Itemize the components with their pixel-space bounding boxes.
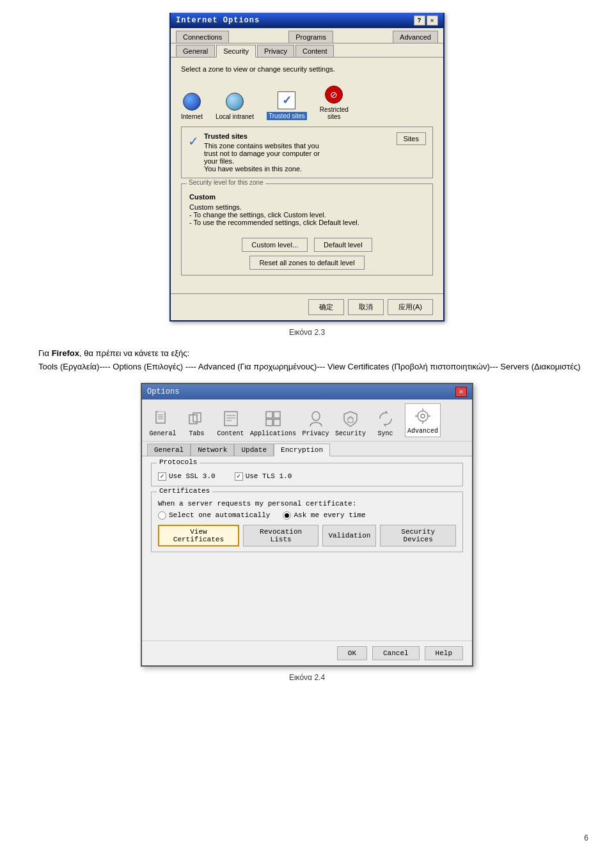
custom-desc3: - To use the recommended settings, click… bbox=[189, 219, 425, 226]
zone-trusted-label: Trusted sites bbox=[267, 112, 307, 120]
cert-radio-row: Select one automatically Ask me every ti… bbox=[158, 511, 456, 520]
cert-buttons: View Certificates Revocation Lists Valid… bbox=[158, 525, 456, 546]
figure1-caption: Εικόνα 2.3 bbox=[13, 328, 601, 337]
tab-programs[interactable]: Programs bbox=[288, 31, 333, 43]
ff-options-dialog: Options ✕ General Tabs bbox=[141, 383, 473, 667]
zone-internet[interactable]: Internet bbox=[181, 91, 203, 120]
reset-btn-container: Reset all zones to default level bbox=[182, 256, 432, 270]
ff-tab-network[interactable]: Network bbox=[191, 444, 234, 456]
ssl-label: Use SSL 3.0 bbox=[169, 472, 216, 480]
svg-point-18 bbox=[421, 414, 425, 418]
figure2-container: Options ✕ General Tabs bbox=[13, 383, 601, 667]
security-devices-button[interactable]: Security Devices bbox=[380, 525, 456, 546]
tls-checkbox[interactable] bbox=[235, 472, 243, 481]
ff-tab-update[interactable]: Update bbox=[234, 444, 274, 456]
tab-connections[interactable]: Connections bbox=[176, 31, 229, 43]
custom-desc2: - To change the settings, click Custom l… bbox=[189, 211, 425, 219]
ff-cancel-button[interactable]: Cancel bbox=[372, 646, 420, 660]
trusted-check-decoration: ✓ bbox=[188, 134, 199, 149]
reset-zones-button[interactable]: Reset all zones to default level bbox=[249, 256, 364, 270]
ff-ok-button[interactable]: OK bbox=[337, 646, 367, 660]
ie-tabs-row2: General Security Privacy Content bbox=[171, 43, 443, 58]
zone-instruction: Select a zone to view or change security… bbox=[181, 65, 433, 73]
trusted-desc1: This zone contains websites that you bbox=[204, 142, 391, 150]
zone-local-intranet[interactable]: Local intranet bbox=[216, 91, 254, 120]
ssl-checkbox[interactable] bbox=[158, 472, 166, 481]
body-line2: Tools (Εργαλεία)---- Options (Επιλογές) … bbox=[38, 360, 601, 374]
security-level-label: Security level for this zone bbox=[187, 179, 265, 186]
toolbar-content-label: Content bbox=[217, 430, 244, 437]
security-level-content: Custom Custom settings. - To change the … bbox=[182, 184, 432, 231]
toolbar-tabs[interactable]: Tabs bbox=[182, 408, 211, 437]
trusted-desc2: trust not to damage your computer or bbox=[204, 150, 391, 157]
zone-restricted[interactable]: ⊘ Restrictedsites bbox=[320, 84, 349, 120]
toolbar-content[interactable]: Content bbox=[216, 408, 245, 437]
tab-content[interactable]: Content bbox=[295, 45, 335, 57]
toolbar-tabs-label: Tabs bbox=[189, 430, 204, 437]
toolbar-general-label: General bbox=[149, 430, 176, 437]
trusted-desc4: You have websites in this zone. bbox=[204, 165, 391, 173]
body-line1: Για Firefox, θα πρέπει να κάνετε τα εξής… bbox=[38, 347, 601, 360]
tab-security[interactable]: Security bbox=[216, 45, 256, 58]
radio-ask-label: Ask me every time bbox=[294, 511, 365, 519]
toolbar-advanced[interactable]: Advanced bbox=[405, 403, 441, 437]
restricted-icon: ⊘ bbox=[324, 84, 344, 105]
ssl-checkbox-item: Use SSL 3.0 bbox=[158, 472, 216, 481]
toolbar-sync-label: Sync bbox=[378, 430, 393, 437]
ff-tab-general[interactable]: General bbox=[147, 444, 191, 456]
revocation-lists-button[interactable]: Revocation Lists bbox=[243, 525, 319, 546]
ok-button[interactable]: 确定 bbox=[308, 299, 344, 315]
radio-ask-item: Ask me every time bbox=[283, 511, 365, 520]
ff-toolbar: General Tabs Content bbox=[142, 399, 472, 442]
toolbar-privacy-label: Privacy bbox=[303, 430, 329, 437]
toolbar-security-label: Security bbox=[335, 430, 366, 437]
svg-point-17 bbox=[418, 411, 428, 421]
tab-general[interactable]: General bbox=[176, 45, 215, 57]
toolbar-general[interactable]: General bbox=[148, 408, 177, 437]
applications-icon bbox=[263, 408, 283, 429]
ie-tabs-row1: Connections Programs Advanced bbox=[171, 28, 443, 43]
custom-level-name: Custom bbox=[189, 193, 425, 201]
tab-advanced[interactable]: Advanced bbox=[393, 31, 438, 43]
protocols-checkboxes: Use SSL 3.0 Use TLS 1.0 bbox=[158, 472, 456, 481]
ie-titlebar: Internet Options ? ✕ bbox=[171, 13, 443, 28]
level-buttons: Custom level... Default level bbox=[182, 238, 432, 252]
firefox-bold: Firefox bbox=[52, 348, 79, 358]
toolbar-applications[interactable]: Applications bbox=[250, 408, 296, 437]
trusted-text: Trusted sites This zone contains website… bbox=[204, 132, 391, 173]
default-level-button[interactable]: Default level bbox=[314, 238, 372, 252]
validation-button[interactable]: Validation bbox=[322, 525, 376, 546]
toolbar-sync[interactable]: Sync bbox=[371, 408, 400, 437]
apply-button[interactable]: 应用(A) bbox=[388, 299, 433, 315]
zone-trusted-sites[interactable]: ✓ Trusted sites bbox=[267, 90, 307, 120]
view-certificates-button[interactable]: View Certificates bbox=[158, 525, 239, 546]
ff-dialog-title: Options bbox=[147, 387, 179, 396]
svg-point-15 bbox=[312, 412, 320, 421]
radio-auto[interactable] bbox=[158, 511, 166, 520]
svg-rect-11 bbox=[266, 412, 272, 418]
sites-button[interactable]: Sites bbox=[397, 132, 426, 145]
svg-rect-13 bbox=[266, 419, 272, 426]
ff-tab-encryption[interactable]: Encryption bbox=[274, 444, 330, 456]
certificates-group: Certificates When a server requests my p… bbox=[151, 492, 463, 552]
tab-privacy[interactable]: Privacy bbox=[257, 45, 294, 57]
tls-checkbox-item: Use TLS 1.0 bbox=[235, 472, 292, 481]
ff-titlebar: Options ✕ bbox=[142, 384, 472, 399]
svg-rect-1 bbox=[158, 411, 166, 412]
ff-sub-tabs: General Network Update Encryption bbox=[142, 442, 472, 456]
ie-close-button[interactable]: ✕ bbox=[427, 15, 438, 26]
ie-help-button[interactable]: ? bbox=[414, 15, 425, 26]
toolbar-privacy[interactable]: Privacy bbox=[301, 408, 330, 437]
security-icon bbox=[340, 408, 361, 429]
toolbar-security[interactable]: Security bbox=[335, 408, 366, 437]
zone-intranet-label: Local intranet bbox=[216, 113, 254, 120]
ff-close-button[interactable]: ✕ bbox=[455, 387, 467, 397]
cancel-button[interactable]: 取消 bbox=[348, 299, 384, 315]
ie-titlebar-buttons: ? ✕ bbox=[414, 15, 438, 26]
protocols-label: Protocols bbox=[157, 458, 200, 466]
ff-help-button[interactable]: Help bbox=[425, 646, 463, 660]
toolbar-applications-label: Applications bbox=[250, 430, 296, 437]
protocols-group: Protocols Use SSL 3.0 Use TLS 1.0 bbox=[151, 463, 463, 486]
radio-ask[interactable] bbox=[283, 511, 291, 520]
custom-level-button[interactable]: Custom level... bbox=[242, 238, 308, 252]
